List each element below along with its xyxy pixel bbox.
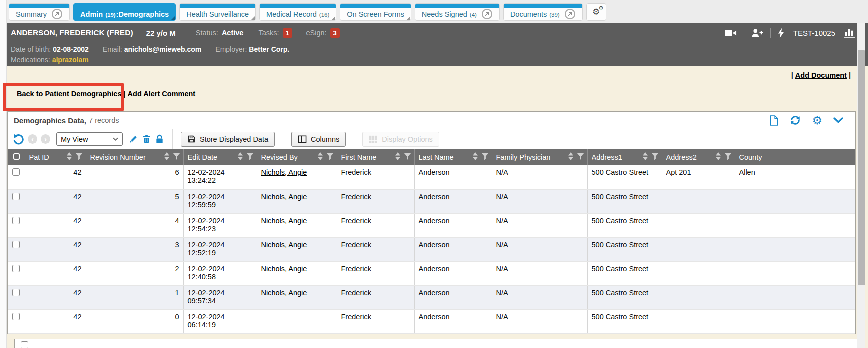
cell-address2: Apt 201 xyxy=(662,165,735,189)
row-checkbox[interactable] xyxy=(12,168,20,176)
add-document-link[interactable]: Add Document xyxy=(796,71,847,79)
sort-icon[interactable] xyxy=(643,152,648,162)
tab-admin[interactable]: Admin(19):Demographics xyxy=(74,3,176,21)
edit-view-icon[interactable] xyxy=(129,134,138,144)
column-header-family-physician[interactable]: Family Physician xyxy=(492,149,588,165)
filter-icon[interactable] xyxy=(724,153,732,162)
column-header-edit-date[interactable]: Edit Date xyxy=(184,149,257,165)
sort-icon[interactable] xyxy=(67,152,72,162)
cell-first-name: Frederick xyxy=(337,309,414,333)
sort-icon[interactable] xyxy=(318,152,323,162)
tab-suffix: :Demographics xyxy=(116,10,170,18)
select-all-checkbox[interactable] xyxy=(14,153,20,160)
vertical-scrollbar[interactable] xyxy=(857,23,865,348)
revised-by-link[interactable]: Nichols, Angie xyxy=(262,217,308,225)
sort-icon[interactable] xyxy=(568,152,574,162)
filter-icon[interactable] xyxy=(246,153,254,162)
tasks-badge[interactable]: 1 xyxy=(283,28,292,38)
column-header-first-name[interactable]: First Name xyxy=(337,149,414,165)
email-value: anichols@mieweb.com xyxy=(124,45,202,53)
column-header-address1[interactable]: Address1 xyxy=(588,149,662,165)
column-label: First Name xyxy=(342,153,396,161)
column-header-last-name[interactable]: Last Name xyxy=(414,149,492,165)
medications-value[interactable]: alprazolam xyxy=(52,56,89,64)
add-alert-comment-link[interactable]: Add Alert Comment xyxy=(128,90,196,98)
column-label: Address1 xyxy=(592,153,643,161)
column-header-pat-id[interactable]: Pat ID xyxy=(25,149,86,165)
columns-button[interactable]: Columns xyxy=(292,132,346,147)
next-view-button[interactable]: › xyxy=(41,134,50,144)
open-in-new-icon[interactable] xyxy=(482,8,493,20)
row-checkbox[interactable] xyxy=(12,193,20,200)
delete-view-icon[interactable] xyxy=(142,134,152,144)
tab-documents[interactable]: Documents(39) xyxy=(504,3,583,21)
refresh-icon[interactable] xyxy=(790,115,801,126)
lock-view-icon[interactable] xyxy=(155,134,164,144)
filter-icon[interactable] xyxy=(577,153,584,162)
row-checkbox[interactable] xyxy=(12,289,20,296)
cell-family-physician: N/A xyxy=(492,165,588,189)
display-options-button: Display Options xyxy=(362,132,440,147)
sort-icon[interactable] xyxy=(238,152,243,162)
demographics-data-panel: Demographics Data, 7 records ⚙ ‹ xyxy=(8,111,856,334)
sort-icon[interactable] xyxy=(473,152,478,162)
column-header-revision-number[interactable]: Revision Number xyxy=(86,149,184,165)
filter-icon[interactable] xyxy=(482,153,489,162)
undo-icon[interactable] xyxy=(13,133,24,145)
prev-view-button[interactable]: ‹ xyxy=(28,134,38,144)
filter-icon[interactable] xyxy=(652,153,659,162)
column-label: Pat ID xyxy=(30,153,67,161)
collapse-chevron-icon[interactable] xyxy=(834,117,844,123)
pipe-separator: | xyxy=(792,71,794,79)
store-displayed-data-button[interactable]: Store Displayed Data xyxy=(181,132,275,147)
back-to-patient-demographics-link[interactable]: Back to Patient Demographics xyxy=(17,90,122,98)
revised-by-link[interactable]: Nichols, Angie xyxy=(262,289,308,297)
divider xyxy=(770,28,771,38)
column-header-county[interactable]: County xyxy=(735,149,856,165)
filter-icon[interactable] xyxy=(173,153,180,162)
settings-gear-icon[interactable]: ⚙ xyxy=(812,115,822,126)
cell-select xyxy=(8,309,25,333)
view-select[interactable]: My View xyxy=(56,132,123,146)
row-checkbox[interactable] xyxy=(12,217,20,224)
tabs-settings-button[interactable]: ⚙⚙ xyxy=(586,3,606,21)
tab-label: Summary xyxy=(16,10,47,18)
open-in-new-icon[interactable] xyxy=(564,8,576,20)
revised-by-link[interactable]: Nichols, Angie xyxy=(262,241,308,249)
tab-medical-record[interactable]: Medical Record(16) xyxy=(260,3,336,21)
sort-icon[interactable] xyxy=(716,152,721,162)
tab-summary[interactable]: Summary xyxy=(9,3,70,21)
row-checkbox[interactable] xyxy=(21,341,28,348)
row-checkbox[interactable] xyxy=(12,313,20,320)
tab-health-surveillance[interactable]: Health Surveillance xyxy=(180,3,256,21)
scrollbar-thumb[interactable] xyxy=(858,50,865,285)
lightning-icon[interactable] xyxy=(778,28,784,38)
sort-icon[interactable] xyxy=(396,152,400,162)
tab-count: (16) xyxy=(320,11,330,18)
sort-icon[interactable] xyxy=(164,152,170,162)
revised-by-link[interactable]: Nichols, Angie xyxy=(262,193,308,201)
video-camera-icon[interactable] xyxy=(725,29,737,37)
cell-revised-by: Nichols, Angie xyxy=(257,189,337,213)
row-checkbox[interactable] xyxy=(12,241,20,248)
row-checkbox[interactable] xyxy=(12,265,20,272)
new-document-icon[interactable] xyxy=(770,115,779,126)
open-in-new-icon[interactable] xyxy=(52,8,63,20)
esign-label: eSign: xyxy=(306,29,327,37)
cell-revision-number: 0 xyxy=(86,309,184,333)
revised-by-link[interactable]: Nichols, Angie xyxy=(262,168,308,176)
filter-icon[interactable] xyxy=(404,153,412,162)
header-select-all[interactable] xyxy=(8,149,25,165)
esign-badge[interactable]: 3 xyxy=(330,28,340,38)
filter-icon[interactable] xyxy=(76,153,83,162)
tab-on-screen-forms[interactable]: On Screen Forms xyxy=(340,3,411,21)
revised-by-link[interactable]: Nichols, Angie xyxy=(262,265,308,273)
column-header-revised-by[interactable]: Revised By xyxy=(257,149,337,165)
column-header-address2[interactable]: Address2 xyxy=(662,149,735,165)
bar-chart-icon[interactable] xyxy=(844,28,855,38)
tab-needs-signed[interactable]: Needs Signed(4) xyxy=(415,3,500,21)
cell-address2 xyxy=(662,237,735,261)
add-person-icon[interactable] xyxy=(752,28,764,38)
column-label: Revised By xyxy=(262,153,318,161)
filter-icon[interactable] xyxy=(326,153,334,162)
